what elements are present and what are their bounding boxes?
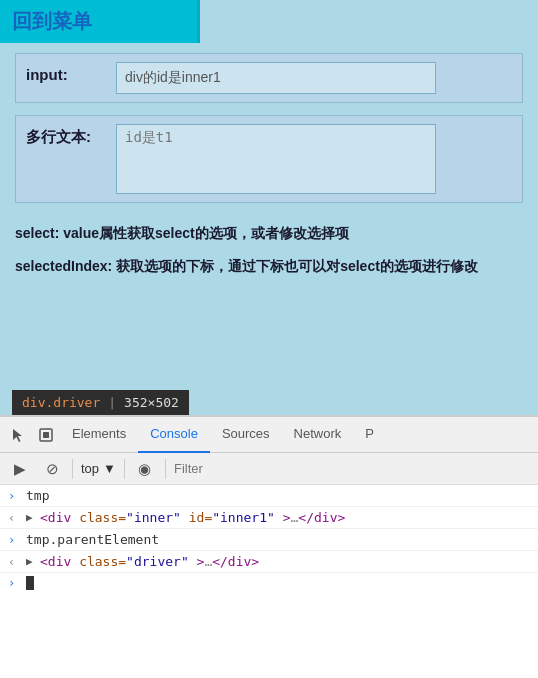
- result-arrow-2: ‹: [8, 555, 22, 569]
- element-tooltip: div.driver | 352×502: [12, 390, 189, 415]
- devtools-panel: Elements Console Sources Network P ▶ ⊘ t…: [0, 415, 538, 678]
- toolbar-divider2: [124, 459, 125, 479]
- console-input-2: tmp.parentElement: [26, 532, 159, 547]
- expand-icon-2[interactable]: ▶: [26, 555, 36, 568]
- console-cursor-line[interactable]: ›: [0, 573, 538, 593]
- textarea-field[interactable]: [116, 124, 436, 194]
- cursor: [26, 576, 34, 590]
- console-line-3: › tmp.parentElement: [0, 529, 538, 551]
- console-result-1: <div class="inner" id="inner1" >…</div>: [40, 510, 345, 525]
- dropdown-arrow-icon: ▼: [103, 461, 116, 476]
- eye-icon[interactable]: ◉: [133, 457, 157, 481]
- tooltip-size: 352×502: [124, 395, 179, 410]
- browser-content: 回到菜单 input: 多行文本: select: value属性获取selec…: [0, 0, 538, 415]
- input-field[interactable]: [116, 62, 436, 94]
- tab-console[interactable]: Console: [138, 417, 210, 453]
- console-output: › tmp ‹ ▶ <div class="inner" id="inner1"…: [0, 485, 538, 678]
- tab-elements[interactable]: Elements: [60, 417, 138, 453]
- expand-icon-1[interactable]: ▶: [26, 511, 36, 524]
- tab-more[interactable]: P: [353, 417, 386, 453]
- console-line-4: ‹ ▶ <div class="driver" >…</div>: [0, 551, 538, 573]
- block-icon[interactable]: ⊘: [40, 457, 64, 481]
- play-icon[interactable]: ▶: [8, 457, 32, 481]
- devtools-tab-bar: Elements Console Sources Network P: [0, 417, 538, 453]
- selected-index-info: selectedIndex: 获取选项的下标，通过下标也可以对select的选项…: [15, 248, 523, 281]
- toolbar-divider3: [165, 459, 166, 479]
- inspect-icon[interactable]: [32, 421, 60, 449]
- context-value: top: [81, 461, 99, 476]
- content-area: input: 多行文本: select: value属性获取select的选项，…: [0, 43, 538, 291]
- textarea-label: 多行文本:: [26, 124, 116, 147]
- filter-input[interactable]: [174, 461, 530, 476]
- cursor-icon[interactable]: [4, 421, 32, 449]
- result-arrow-1: ‹: [8, 511, 22, 525]
- prompt-icon-1: ›: [8, 489, 22, 503]
- back-button[interactable]: 回到菜单: [0, 0, 200, 43]
- console-line-1: › tmp: [0, 485, 538, 507]
- tab-network[interactable]: Network: [282, 417, 354, 453]
- console-result-2: <div class="driver" >…</div>: [40, 554, 259, 569]
- input-label: input:: [26, 62, 116, 83]
- console-line-2: ‹ ▶ <div class="inner" id="inner1" >…</d…: [0, 507, 538, 529]
- select-info: select: value属性获取select的选项，或者修改选择项: [15, 215, 523, 248]
- context-selector[interactable]: top ▼: [81, 461, 116, 476]
- prompt-icon-3: ›: [8, 576, 22, 590]
- tab-sources[interactable]: Sources: [210, 417, 282, 453]
- console-toolbar: ▶ ⊘ top ▼ ◉: [0, 453, 538, 485]
- toolbar-divider: [72, 459, 73, 479]
- input-row: input:: [15, 53, 523, 103]
- tooltip-separator: |: [108, 395, 116, 410]
- tooltip-tag: div.driver: [22, 395, 100, 410]
- console-input-1: tmp: [26, 488, 49, 503]
- prompt-icon-2: ›: [8, 533, 22, 547]
- textarea-row: 多行文本:: [15, 115, 523, 203]
- svg-rect-1: [43, 432, 49, 438]
